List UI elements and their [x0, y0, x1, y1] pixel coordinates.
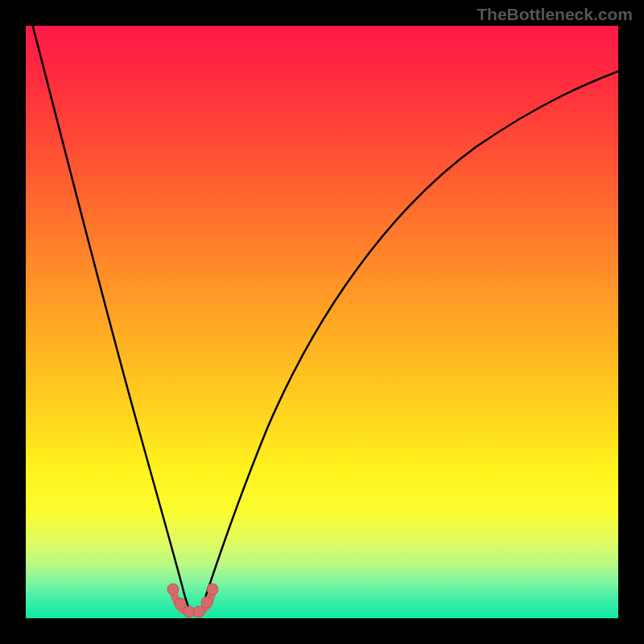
chart-container: TheBottleneck.com	[0, 0, 644, 644]
marker-dot	[201, 597, 213, 608]
left-curve	[31, 26, 189, 609]
watermark-text: TheBottleneck.com	[477, 5, 633, 24]
plot-area	[26, 26, 618, 618]
marker-dot	[167, 584, 179, 595]
curves-svg	[26, 26, 618, 618]
marker-dot	[207, 584, 218, 595]
marker-dot	[193, 606, 204, 617]
right-curve	[201, 70, 618, 609]
marker-dot	[175, 598, 186, 609]
